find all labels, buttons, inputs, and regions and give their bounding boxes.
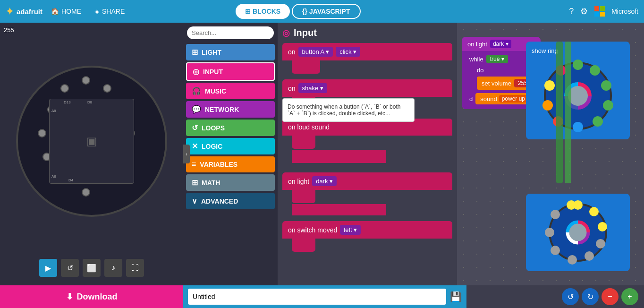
redo-button[interactable]: ↻	[582, 288, 599, 305]
block-light-dark[interactable]: on light dark ▾	[282, 172, 452, 215]
block-button[interactable]: on button A ▾ click ▾	[282, 43, 452, 74]
category-light[interactable]: ⊞ LIGHT	[186, 44, 275, 60]
input-title-icon: ◎	[282, 28, 290, 38]
microsoft-label: Microsoft	[611, 8, 638, 15]
click-dropdown[interactable]: click ▾	[336, 47, 360, 57]
category-music[interactable]: 🎧 MUSIC	[186, 83, 275, 99]
share-button[interactable]: ◈ SHARE	[90, 6, 129, 17]
category-advanced[interactable]: ∨ ADVANCED	[186, 193, 275, 209]
nav-right: ? ⚙ Microsoft	[569, 6, 638, 17]
play-button[interactable]: ▶	[39, 259, 57, 277]
category-network[interactable]: 💬 NETWORK	[186, 101, 275, 118]
svg-point-20	[551, 246, 560, 255]
undo-button[interactable]: ↺	[562, 288, 579, 305]
download-button[interactable]: ⬇ Download	[0, 285, 183, 308]
svg-point-19	[568, 255, 577, 265]
category-logic[interactable]: ✕ LOGIC	[186, 138, 275, 154]
view-toggle: ⊞ BLOCKS {} JAVASCRIPT	[236, 4, 360, 19]
brightness-value: 255	[4, 26, 14, 34]
refresh-button[interactable]: ↺	[61, 259, 79, 277]
svg-point-23	[567, 200, 576, 210]
filename-bar: 💾	[183, 285, 466, 308]
save-button[interactable]: 💾	[450, 291, 462, 302]
music-icon: 🎧	[192, 86, 201, 95]
svg-point-22	[551, 210, 560, 219]
light-icon: ⊞	[192, 48, 198, 57]
loops-icon: ↺	[192, 123, 198, 132]
shake-dropdown[interactable]: shake ▾	[298, 83, 327, 93]
tooltip: Do something when a button (`A`, `B` or …	[282, 98, 415, 122]
workspace-controls: ↺ ↻ − +	[466, 285, 644, 308]
category-input[interactable]: ◎ INPUT	[186, 62, 275, 81]
microsoft-logo	[594, 6, 605, 17]
block-switch-moved[interactable]: on switch moved left ▾	[282, 221, 452, 252]
blocks-tab[interactable]: ⊞ BLOCKS	[236, 4, 290, 19]
label-d13: D13	[64, 100, 71, 104]
svg-point-16	[598, 222, 607, 231]
zoom-in-button[interactable]: +	[621, 288, 638, 305]
block-loud-sound[interactable]: on loud sound	[282, 119, 452, 167]
label-d4: D4	[68, 178, 73, 182]
advanced-icon: ∨	[192, 197, 197, 205]
label-a9: A9	[51, 109, 56, 113]
svg-point-4	[601, 80, 611, 91]
label-d8: D8	[87, 100, 92, 104]
light-dark-dropdown[interactable]: dark ▾	[312, 176, 337, 186]
device-container: D13 D8 A9 A6 D4 ▣	[16, 27, 167, 255]
svg-point-9	[542, 100, 553, 111]
search-bar	[183, 23, 278, 43]
led-3	[60, 84, 69, 93]
star-icon: ✦	[6, 6, 14, 17]
svg-point-2	[573, 60, 583, 70]
switch-direction-dropdown[interactable]: left ▾	[340, 225, 361, 235]
search-input[interactable]	[187, 26, 274, 39]
category-math[interactable]: ⊞ MATH	[186, 174, 275, 191]
javascript-tab[interactable]: {} JAVASCRIPT	[292, 4, 360, 19]
led-2	[103, 84, 111, 93]
variables-icon: ≡	[192, 160, 196, 169]
home-button[interactable]: 🏠 HOME	[46, 6, 86, 17]
sound-button[interactable]: ♪	[104, 259, 122, 277]
sim-button[interactable]: ⬜	[83, 259, 101, 277]
help-icon[interactable]: ?	[569, 7, 574, 17]
ring-card: show ring	[526, 42, 630, 139]
ws-true-dropdown[interactable]: true ▾	[486, 55, 508, 63]
label-a6: A6	[51, 174, 56, 179]
svg-point-7	[573, 122, 583, 132]
settings-icon[interactable]: ⚙	[580, 6, 588, 17]
led-7	[38, 129, 46, 137]
led-1	[82, 76, 90, 85]
loop-bars	[556, 42, 571, 183]
svg-point-3	[590, 65, 600, 76]
ring-display[interactable]	[532, 58, 624, 134]
category-loops[interactable]: ↺ LOOPS	[186, 120, 275, 136]
network-icon: 💬	[192, 105, 201, 114]
collapse-panel-button[interactable]: ‹	[183, 145, 190, 163]
zoom-out-button[interactable]: −	[602, 288, 619, 305]
controls-bar: ▶ ↺ ⬜ ♪ ⛶	[35, 255, 148, 281]
js-icon: {}	[302, 8, 309, 15]
input-icon: ◎	[193, 67, 199, 76]
topnav: ✦ adafruit 🏠 HOME ◈ SHARE ⊞ BLOCKS {} JA…	[0, 0, 644, 23]
filename-input[interactable]	[188, 289, 446, 305]
svg-point-21	[545, 228, 554, 237]
svg-point-6	[593, 116, 603, 127]
chip-icon: ▣	[86, 135, 97, 148]
device-panel: 255 D13 D8 A9	[0, 23, 183, 285]
button-dropdown[interactable]: button A ▾	[298, 47, 333, 57]
fullscreen-button[interactable]: ⛶	[126, 259, 144, 277]
logic-icon: ✕	[192, 142, 198, 151]
ring-display-2[interactable]	[532, 199, 624, 265]
ws-dark-dropdown[interactable]: dark ▾	[490, 40, 511, 48]
category-panel: ⊞ LIGHT ◎ INPUT 🎧 MUSIC 💬 NETWORK ↺ LOOP…	[183, 23, 278, 285]
device-cpu: D13 D8 A9 A6 D4 ▣	[49, 99, 134, 184]
math-icon: ⊞	[192, 178, 198, 187]
show-ring-label: show ring	[532, 47, 624, 54]
category-variables[interactable]: ≡ VARIABLES	[186, 156, 275, 172]
brand-name: adafruit	[17, 8, 42, 16]
main-content: 255 D13 D8 A9	[0, 23, 644, 285]
blocks-panel: ◎ Input on button A ▾ click ▾ on shake ▾…	[278, 23, 457, 285]
svg-point-18	[585, 251, 594, 261]
svg-point-5	[603, 100, 613, 111]
workspace[interactable]: on light dark ▾ while true ▾ do set volu…	[457, 23, 644, 285]
